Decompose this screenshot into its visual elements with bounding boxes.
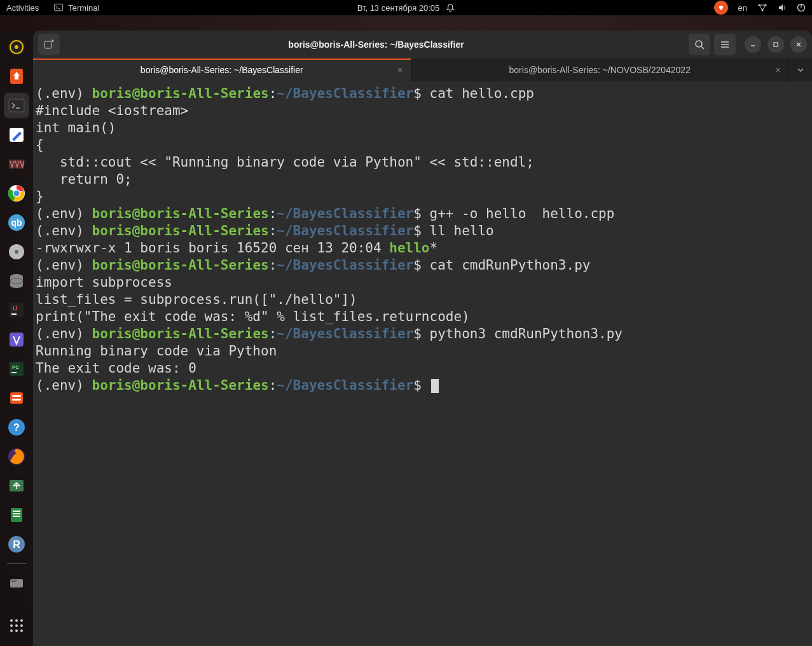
dock: qb IJ PC ? R (0, 31, 33, 646)
svg-rect-37 (12, 399, 21, 401)
titlebar: boris@boris-All-Series: ~/BayesClassifie… (33, 31, 812, 58)
svg-line-6 (762, 5, 766, 10)
svg-point-54 (15, 624, 18, 627)
tab-1-close-icon[interactable]: × (397, 65, 403, 75)
svg-point-53 (10, 624, 13, 627)
network-icon[interactable] (757, 3, 767, 12)
svg-point-52 (20, 619, 23, 622)
dock-item-drive[interactable] (4, 570, 29, 596)
svg-point-51 (15, 619, 18, 622)
dock-item-settings[interactable] (4, 385, 29, 411)
svg-point-50 (10, 619, 13, 622)
maximize-button[interactable] (767, 36, 784, 53)
notification-icon[interactable] (446, 3, 455, 12)
svg-rect-44 (13, 513, 20, 514)
svg-rect-34 (11, 372, 17, 373)
dock-item-shotwell[interactable] (4, 473, 29, 498)
svg-rect-0 (55, 4, 63, 11)
power-icon[interactable] (797, 3, 806, 12)
tab-1[interactable]: boris@boris-All-Series: ~/BayesClassifie… (33, 58, 411, 81)
svg-line-63 (701, 46, 704, 49)
dock-item-disks[interactable] (4, 239, 29, 265)
svg-text:PC: PC (12, 364, 19, 370)
dock-item-rstudio[interactable]: R (4, 532, 29, 557)
cursor (431, 379, 439, 393)
svg-rect-48 (10, 579, 23, 588)
gnome-topbar: Activities Terminal Вт, 13 сентября 20:0… (0, 0, 812, 15)
svg-rect-35 (10, 392, 23, 404)
tab-2-label: boris@boris-All-Series: ~/NOVOSB/2204202… (509, 65, 691, 75)
close-icon (795, 41, 802, 48)
topbar-app-menu[interactable]: Terminal (54, 3, 99, 13)
svg-rect-59 (45, 41, 52, 48)
svg-rect-43 (13, 511, 20, 512)
dock-show-apps[interactable] (4, 613, 29, 638)
dock-item-rhythmbox[interactable] (4, 34, 29, 60)
dock-item-qbittorrent[interactable]: qb (4, 210, 29, 235)
svg-line-5 (759, 5, 762, 10)
desktop: qb IJ PC ? R boris@boris-All-Series: ~/B… (0, 15, 812, 646)
dock-item-terminal[interactable] (4, 93, 29, 118)
chevron-down-icon (797, 66, 804, 74)
dock-item-firefox[interactable] (4, 444, 29, 469)
tab-menu-button[interactable] (789, 58, 812, 81)
terminal-content[interactable]: (.env) boris@boris-All-Series:~/BayesCla… (33, 81, 812, 646)
dock-item-text-editor[interactable] (4, 122, 29, 148)
svg-point-62 (696, 41, 702, 47)
tab-1-label: boris@boris-All-Series: ~/BayesClassifie… (141, 65, 303, 75)
dock-item-pycharm[interactable]: PC (4, 356, 29, 381)
keyboard-layout-indicator[interactable]: en (738, 3, 747, 13)
new-tab-button[interactable] (38, 34, 60, 55)
hamburger-menu-button[interactable] (714, 34, 736, 55)
status-indicator-icon[interactable] (714, 1, 728, 15)
new-tab-icon (43, 39, 55, 50)
svg-rect-45 (13, 516, 20, 517)
topbar-datetime[interactable]: Вт, 13 сентября 20:05 (357, 3, 440, 13)
svg-text:qb: qb (11, 217, 22, 228)
topbar-app-label: Terminal (68, 3, 99, 13)
svg-point-57 (15, 629, 18, 632)
dock-item-intellij[interactable]: IJ (4, 298, 29, 323)
dock-item-software[interactable] (4, 64, 29, 89)
svg-rect-15 (9, 99, 24, 112)
tab-2-close-icon[interactable]: × (776, 65, 781, 75)
svg-text:?: ? (13, 422, 20, 433)
dock-item-libreoffice[interactable] (4, 502, 29, 528)
terminal-window: boris@boris-All-Series: ~/BayesClassifie… (33, 31, 812, 646)
minimize-button[interactable] (745, 36, 761, 53)
svg-point-56 (10, 629, 13, 632)
svg-point-25 (15, 250, 18, 254)
dock-separator (7, 563, 26, 564)
svg-rect-36 (12, 395, 21, 397)
svg-text:R: R (13, 539, 20, 550)
volume-icon[interactable] (778, 3, 787, 12)
svg-rect-14 (15, 76, 18, 79)
dock-item-vvv[interactable] (4, 151, 29, 177)
svg-rect-68 (774, 43, 778, 46)
svg-text:IJ: IJ (13, 305, 18, 312)
svg-rect-30 (11, 313, 17, 315)
svg-point-55 (20, 624, 23, 627)
svg-point-12 (15, 45, 18, 49)
dock-item-help[interactable]: ? (4, 415, 29, 440)
tab-2[interactable]: boris@boris-All-Series: ~/NOVOSB/2204202… (411, 58, 790, 81)
window-title: boris@boris-All-Series: ~/BayesClassifie… (64, 39, 689, 50)
svg-point-58 (20, 629, 23, 632)
minimize-icon (750, 41, 756, 48)
maximize-icon (773, 41, 779, 48)
hamburger-icon (720, 39, 730, 50)
svg-rect-42 (11, 508, 22, 522)
terminal-icon (54, 3, 63, 12)
dock-item-veil[interactable] (4, 327, 29, 352)
close-button[interactable] (790, 36, 807, 53)
search-button[interactable] (689, 34, 710, 55)
dock-item-database[interactable] (4, 268, 29, 294)
svg-point-21 (14, 191, 20, 196)
dock-item-chrome[interactable] (4, 181, 29, 206)
activities-button[interactable]: Activities (6, 3, 39, 13)
search-icon (694, 39, 705, 50)
tab-bar: boris@boris-All-Series: ~/BayesClassifie… (33, 58, 812, 81)
svg-rect-49 (11, 581, 17, 582)
